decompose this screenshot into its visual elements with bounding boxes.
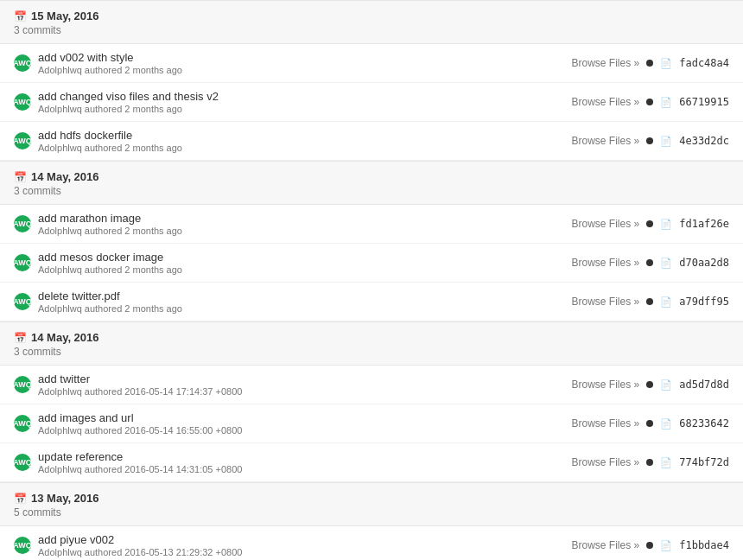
authored-label: authored <box>85 226 124 236</box>
commit-message[interactable]: add mesos docker image <box>38 251 558 264</box>
browse-section: Browse Files » <box>572 135 640 147</box>
file-icon: 📄 <box>660 58 672 69</box>
author-name: Adolphlwq <box>38 386 82 397</box>
commit-message[interactable]: add v002 with style <box>38 51 558 64</box>
day-date: 📅 15 May, 2016 <box>14 10 99 22</box>
commit-meta: Adolphlwq authored 2 months ago <box>38 65 558 75</box>
commit-time: 2016-05-14 17:14:37 +0800 <box>124 386 242 397</box>
date-text: 13 May, 2016 <box>31 492 99 505</box>
browse-files-link[interactable]: Browse Files » <box>572 57 640 69</box>
author-name: Adolphlwq <box>38 547 82 557</box>
avatar: AWQ <box>14 454 31 471</box>
commit-message[interactable]: add piyue v002 <box>38 533 558 546</box>
file-icon: 📄 <box>660 136 672 147</box>
commit-count: 3 commits <box>14 346 99 358</box>
commit-hash[interactable]: 4e33d2dc <box>679 135 729 147</box>
day-header-info: 📅 14 May, 2016 3 commits <box>14 170 99 197</box>
commit-message[interactable]: add hdfs dockerfile <box>38 129 558 142</box>
browse-section: Browse Files » <box>572 96 640 108</box>
commit-time: 2016-05-14 14:31:05 +0800 <box>124 464 242 474</box>
commit-info: add changed viso files and thesis v2 Ado… <box>38 90 558 114</box>
commit-message[interactable]: add twitter <box>38 372 558 385</box>
dot-icon <box>646 99 653 105</box>
browse-files-link[interactable]: Browse Files » <box>572 417 640 430</box>
commit-message[interactable]: add images and url <box>38 411 558 424</box>
commit-info: add mesos docker image Adolphlwq authore… <box>38 251 558 275</box>
avatar: AWQ <box>14 254 31 271</box>
commit-right: Browse Files » 📄 68233642 <box>572 417 730 430</box>
browse-section: Browse Files » <box>572 417 640 430</box>
browse-files-link[interactable]: Browse Files » <box>572 218 640 230</box>
avatar: AWQ <box>14 54 31 72</box>
day-header: 📅 13 May, 2016 5 commits <box>0 483 743 526</box>
commit-right: Browse Files » 📄 fadc48a4 <box>572 57 730 69</box>
commit-meta: Adolphlwq authored 2016-05-14 14:31:05 +… <box>38 464 558 474</box>
browse-files-link[interactable]: Browse Files » <box>572 96 640 108</box>
commit-time: 2 months ago <box>124 264 182 275</box>
commit-right: Browse Files » 📄 a79dff95 <box>572 296 730 308</box>
browse-files-link[interactable]: Browse Files » <box>572 379 640 391</box>
commit-hash[interactable]: 68233642 <box>679 417 729 430</box>
commit-hash[interactable]: fadc48a4 <box>679 57 729 69</box>
browse-section: Browse Files » <box>572 296 640 308</box>
author-name: Adolphlwq <box>38 425 82 436</box>
file-icon: 📄 <box>660 97 672 108</box>
commit-row: AWQ add images and url Adolphlwq authore… <box>0 404 743 443</box>
dot-icon <box>646 459 653 466</box>
browse-files-link[interactable]: Browse Files » <box>572 135 640 147</box>
commit-meta: Adolphlwq authored 2 months ago <box>38 303 558 314</box>
commit-hash[interactable]: ad5d7d8d <box>679 379 729 391</box>
day-group: 📅 15 May, 2016 3 commits AWQ add v002 wi… <box>0 0 743 161</box>
commit-hash[interactable]: a79dff95 <box>679 296 729 308</box>
commit-message[interactable]: update reference <box>38 450 558 463</box>
commit-row: AWQ add v002 with style Adolphlwq author… <box>0 44 743 83</box>
date-text: 14 May, 2016 <box>31 170 99 183</box>
browse-files-link[interactable]: Browse Files » <box>572 456 640 468</box>
commit-message[interactable]: delete twitter.pdf <box>38 290 558 302</box>
avatar: AWQ <box>14 415 31 432</box>
file-icon: 📄 <box>660 540 672 551</box>
day-group: 📅 14 May, 2016 3 commits AWQ add maratho… <box>0 161 743 321</box>
commits-container: 📅 15 May, 2016 3 commits AWQ add v002 wi… <box>0 0 743 560</box>
commit-info: update reference Adolphlwq authored 2016… <box>38 450 558 474</box>
calendar-icon: 📅 <box>14 332 27 344</box>
commit-message[interactable]: add changed viso files and thesis v2 <box>38 90 558 103</box>
dot-icon <box>646 298 653 305</box>
authored-label: authored <box>85 386 124 397</box>
commit-info: add images and url Adolphlwq authored 20… <box>38 411 558 436</box>
day-header-info: 📅 13 May, 2016 5 commits <box>14 492 99 519</box>
dot-icon <box>646 220 653 227</box>
author-name: Adolphlwq <box>38 464 82 474</box>
browse-files-link[interactable]: Browse Files » <box>572 539 640 551</box>
browse-section: Browse Files » <box>572 539 640 551</box>
commit-hash[interactable]: d70aa2d8 <box>679 257 729 269</box>
commit-count: 3 commits <box>14 24 99 36</box>
commit-meta: Adolphlwq authored 2016-05-14 16:55:00 +… <box>38 425 558 436</box>
commit-hash[interactable]: 66719915 <box>679 96 729 108</box>
file-icon: 📄 <box>660 296 672 308</box>
browse-files-link[interactable]: Browse Files » <box>572 257 640 269</box>
browse-section: Browse Files » <box>572 456 640 468</box>
browse-files-link[interactable]: Browse Files » <box>572 296 640 308</box>
day-header-info: 📅 14 May, 2016 3 commits <box>14 331 99 358</box>
commit-hash[interactable]: f1bbdae4 <box>679 539 729 551</box>
day-date: 📅 14 May, 2016 <box>14 170 99 183</box>
file-icon: 📄 <box>660 379 672 391</box>
author-name: Adolphlwq <box>38 303 82 314</box>
commit-right: Browse Files » 📄 ad5d7d8d <box>572 379 730 391</box>
file-icon: 📄 <box>660 258 672 269</box>
commit-right: Browse Files » 📄 fd1af26e <box>572 218 730 230</box>
commit-hash[interactable]: 774bf72d <box>679 456 729 468</box>
calendar-icon: 📅 <box>14 493 27 505</box>
avatar: AWQ <box>14 93 31 111</box>
browse-section: Browse Files » <box>572 57 640 69</box>
commit-message[interactable]: add marathon image <box>38 212 558 225</box>
commit-right: Browse Files » 📄 66719915 <box>572 96 730 108</box>
browse-section: Browse Files » <box>572 257 640 269</box>
commit-meta: Adolphlwq authored 2 months ago <box>38 104 558 114</box>
commit-row: AWQ add mesos docker image Adolphlwq aut… <box>0 244 743 283</box>
commit-row: AWQ add hdfs dockerfile Adolphlwq author… <box>0 122 743 161</box>
day-group: 📅 13 May, 2016 5 commits AWQ add piyue v… <box>0 482 743 560</box>
commit-time: 2016-05-13 21:29:32 +0800 <box>124 547 242 557</box>
commit-hash[interactable]: fd1af26e <box>679 218 729 230</box>
